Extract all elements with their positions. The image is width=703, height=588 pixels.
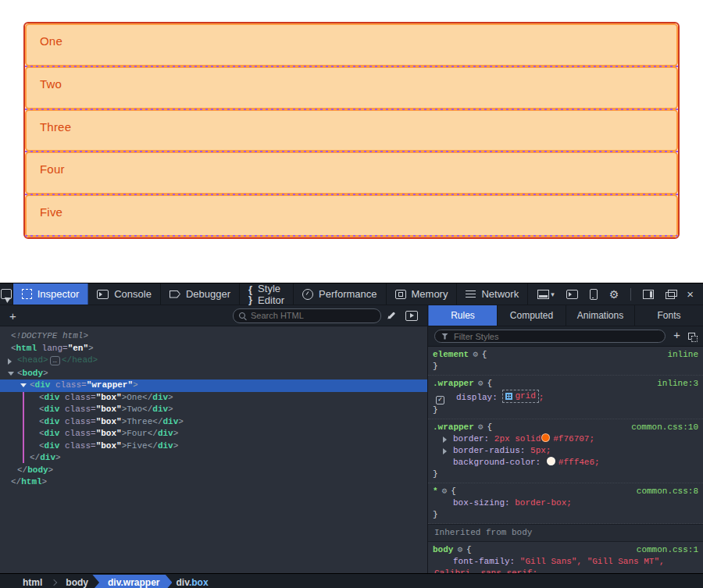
property-value[interactable]: grid	[515, 390, 535, 402]
breadcrumb-html[interactable]: html	[16, 577, 49, 588]
breadcrumb-div-box[interactable]: div.box	[169, 577, 215, 588]
expand-arrow-icon[interactable]	[8, 358, 12, 365]
filter-styles-input[interactable]	[434, 330, 666, 343]
punct: </	[152, 417, 162, 426]
property-name[interactable]: border-radius:	[453, 446, 525, 455]
search-html-input[interactable]	[233, 308, 381, 323]
grid-box-three: Three	[25, 109, 678, 152]
attr-value: "box"	[96, 417, 122, 426]
breadcrumb-div-wrapper-selected[interactable]: div.wrapper	[92, 575, 172, 588]
rule-gear-icon[interactable]: ⚙	[442, 486, 448, 497]
attr-value: "wrapper"	[87, 380, 133, 390]
property-name[interactable]: background-color:	[453, 458, 541, 467]
settings-gear-icon[interactable]: ⚙	[609, 289, 619, 300]
responsive-mode-icon[interactable]	[590, 289, 598, 300]
dock-side-button[interactable]: ▾	[537, 290, 555, 299]
tab-network[interactable]: Network	[457, 283, 528, 305]
grid-highlighter-toggle[interactable]: grid	[502, 390, 538, 403]
property-value[interactable]: border-box;	[515, 498, 572, 508]
collapse-arrow-icon[interactable]	[20, 383, 27, 387]
box-node[interactable]: <div class="box">Three</div>	[0, 416, 427, 429]
rule-gear-icon[interactable]: ⚙	[478, 378, 484, 390]
sidebar-tabs: Rules Computed Animations Fonts	[428, 305, 703, 326]
property-name[interactable]: font-family:	[453, 557, 515, 566]
box-node[interactable]: <div class="box">Five</div>	[0, 440, 427, 453]
rule-selector[interactable]: element	[433, 349, 469, 361]
markup-toolbar: +	[0, 305, 428, 326]
rule-source-link[interactable]: common.css:1	[637, 544, 698, 556]
rule-source-link[interactable]: inline:3	[657, 378, 698, 390]
tab-console[interactable]: Console	[88, 283, 161, 305]
split-console-icon[interactable]	[566, 290, 578, 299]
breadcrumb-tag: div	[176, 577, 188, 588]
expand-longhand-icon[interactable]	[443, 437, 447, 443]
rule-selector[interactable]: body	[433, 544, 453, 556]
tab-debugger[interactable]: Debugger	[161, 283, 240, 305]
pseudo-class-panel-icon[interactable]	[688, 333, 695, 340]
tab-rules[interactable]: Rules	[428, 305, 497, 326]
tab-style-editor[interactable]: { } Style Editor	[240, 283, 294, 305]
separate-window-icon[interactable]	[666, 292, 675, 299]
body-close-node[interactable]: </body>	[0, 465, 427, 477]
add-rule-button[interactable]: +	[673, 330, 680, 342]
tab-memory[interactable]: Memory	[387, 283, 458, 305]
close-icon[interactable]: ×	[687, 288, 694, 300]
punct: >	[88, 344, 94, 353]
declaration-font-family-wrap: Calibri, sans-serif;	[433, 568, 703, 573]
tab-computed[interactable]: Computed	[497, 305, 566, 326]
rule-selector[interactable]: .wrapper	[433, 422, 474, 433]
property-name[interactable]: box-sizing:	[453, 498, 510, 508]
box-node[interactable]: <div class="box">Four</div>	[0, 428, 427, 440]
tab-performance[interactable]: Performance	[294, 283, 386, 305]
box-node[interactable]: <div class="box">Two</div>	[0, 404, 427, 416]
property-name[interactable]: display:	[456, 393, 498, 402]
grid-icon	[505, 393, 512, 400]
rule-gear-icon[interactable]: ⚙	[473, 349, 478, 361]
ellipsis-badge[interactable]: …	[50, 356, 60, 365]
box-node[interactable]: <div class="box">One</div>	[0, 392, 427, 404]
color-value[interactable]: #f76707;	[553, 434, 594, 444]
rule-body: body⚙{common.css:1 font-family: "Gill Sa…	[428, 542, 703, 573]
color-swatch-orange[interactable]	[541, 433, 550, 442]
sidebar-toggle-icon[interactable]	[643, 290, 654, 299]
wrapper-node-selected[interactable]: <div class="wrapper">	[0, 380, 427, 392]
rule-selector[interactable]: *	[433, 486, 438, 497]
tag-name: div	[152, 393, 168, 402]
eyedropper-icon[interactable]	[388, 312, 395, 319]
wrapper-close-node[interactable]: </div>	[0, 452, 427, 465]
declaration-checkbox[interactable]: ✓	[436, 396, 444, 404]
inherited-from-body-header: Inherited from body	[428, 524, 703, 542]
color-swatch-cream[interactable]	[547, 457, 555, 465]
collapse-arrow-icon[interactable]	[8, 372, 14, 376]
punct: <	[39, 417, 45, 426]
html-open-node[interactable]: <html lang="en">	[0, 343, 427, 355]
expand-longhand-icon[interactable]	[443, 448, 447, 454]
tab-inspector[interactable]: Inspector	[13, 283, 88, 305]
body-open-node[interactable]: <body>	[0, 368, 427, 380]
property-value[interactable]: 5px;	[530, 446, 551, 455]
color-value[interactable]: #fff4e6;	[558, 458, 600, 467]
html-close-node[interactable]: </html>	[0, 476, 427, 489]
inspector-toolbar-row: + Rules Computed Animations Fonts	[0, 305, 703, 326]
add-node-button[interactable]: +	[0, 309, 26, 323]
attr-name: class=	[50, 380, 86, 390]
tag-name: div	[45, 404, 60, 414]
property-name[interactable]: border:	[453, 434, 489, 444]
declaration-background-color: background-color: #fff4e6;	[433, 457, 703, 469]
pick-element-button[interactable]	[0, 283, 13, 305]
head-node[interactable]: <head>…</head>	[0, 355, 427, 368]
property-value[interactable]: "Gill Sans", "Gill Sans MT",	[520, 557, 665, 566]
breadcrumb-body[interactable]: body	[59, 577, 95, 588]
rule-selector[interactable]: .wrapper	[433, 378, 474, 390]
rule-source-link[interactable]: inline	[667, 349, 698, 361]
rule-gear-icon[interactable]: ⚙	[457, 544, 462, 556]
doctype-node[interactable]: <!DOCTYPE html>	[0, 330, 427, 343]
tab-fonts[interactable]: Fonts	[634, 305, 703, 326]
rule-gear-icon[interactable]: ⚙	[478, 422, 484, 433]
rule-source-link[interactable]: common.css:10	[631, 422, 698, 433]
property-value[interactable]: 2px solid	[494, 434, 541, 444]
property-value[interactable]: Calibri, sans-serif;	[434, 568, 537, 573]
play-panel-icon[interactable]	[405, 311, 418, 321]
tab-animations[interactable]: Animations	[566, 305, 634, 326]
rule-source-link[interactable]: common.css:8	[637, 486, 698, 497]
